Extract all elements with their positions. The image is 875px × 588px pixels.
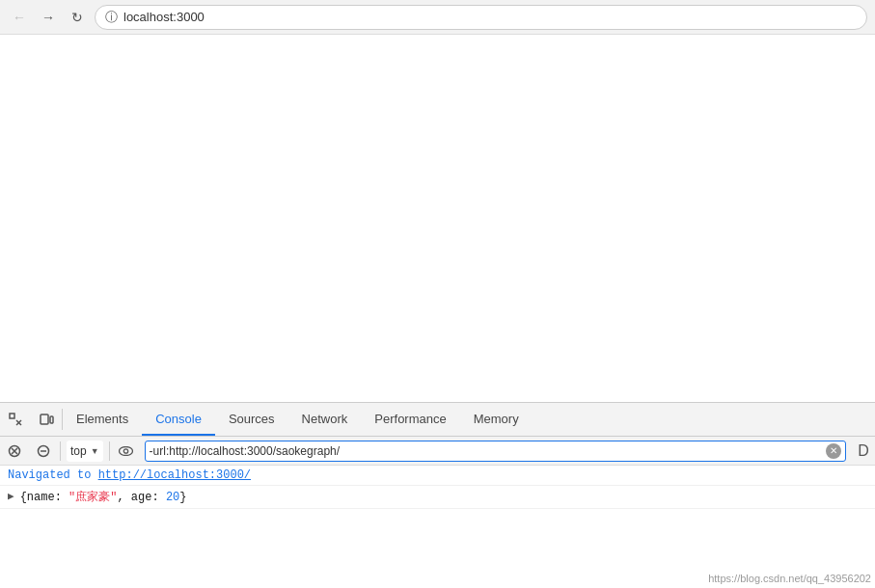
address-text: localhost:3000 xyxy=(123,10,857,24)
object-expand-triangle[interactable]: ▶ xyxy=(8,490,14,502)
eye-icon-button[interactable] xyxy=(112,437,141,466)
tab-console[interactable]: Console xyxy=(142,403,215,436)
navigated-prefix: Navigated to xyxy=(8,468,98,482)
svg-point-6 xyxy=(120,446,133,455)
object-content: {name: "庶家豪", age: 20} xyxy=(20,489,187,505)
navigate-label: Navigated to http://localhost:3000/ xyxy=(8,468,251,482)
device-toggle-button[interactable] xyxy=(31,403,62,436)
devtools-panel: Elements Console Sources Network Perform… xyxy=(0,402,875,588)
forward-button[interactable]: → xyxy=(37,6,60,29)
devtools-secondary-toolbar: top ▼ -url:http://localhost:3000/saokegr… xyxy=(0,437,875,466)
svg-rect-2 xyxy=(50,416,53,423)
back-button[interactable]: ← xyxy=(8,6,31,29)
filter-input-text: -url:http://localhost:3000/saokegraph/ xyxy=(150,444,826,458)
svg-rect-0 xyxy=(10,414,14,418)
navigated-link[interactable]: http://localhost:3000/ xyxy=(98,468,251,482)
filter-input-wrapper[interactable]: -url:http://localhost:3000/saokegraph/ ✕ xyxy=(145,441,846,462)
browser-toolbar: ← → ↻ ⓘ localhost:3000 xyxy=(0,0,875,35)
security-icon: ⓘ xyxy=(105,9,118,26)
address-bar[interactable]: ⓘ localhost:3000 xyxy=(95,5,867,30)
page-content xyxy=(0,35,875,402)
svg-point-7 xyxy=(123,448,127,452)
context-dropdown-icon: ▼ xyxy=(91,446,99,456)
toolbar2-separator2 xyxy=(109,441,110,461)
console-output: Navigated to http://localhost:3000/ ▶ {n… xyxy=(0,466,875,588)
svg-rect-1 xyxy=(41,414,48,424)
tab-elements[interactable]: Elements xyxy=(63,403,142,436)
tab-memory[interactable]: Memory xyxy=(460,403,533,436)
clear-console-button[interactable] xyxy=(0,437,29,466)
watermark: https://blog.csdn.net/qq_43956202 xyxy=(708,573,871,584)
stop-recording-button[interactable] xyxy=(29,437,58,466)
tab-network[interactable]: Network xyxy=(288,403,362,436)
console-line-object: ▶ {name: "庶家豪", age: 20} xyxy=(0,486,875,509)
context-value: top xyxy=(70,444,87,458)
more-options-button[interactable]: D xyxy=(852,440,875,463)
console-line-navigate: Navigated to http://localhost:3000/ xyxy=(0,466,875,486)
devtools-tab-bar: Elements Console Sources Network Perform… xyxy=(0,403,875,437)
context-selector-wrapper[interactable]: top ▼ xyxy=(67,441,103,462)
filter-clear-button[interactable]: ✕ xyxy=(826,443,841,459)
tab-sources[interactable]: Sources xyxy=(215,403,288,436)
inspect-element-button[interactable] xyxy=(0,403,31,436)
reload-button[interactable]: ↻ xyxy=(66,6,89,29)
tab-performance[interactable]: Performance xyxy=(361,403,459,436)
toolbar2-separator xyxy=(60,441,61,461)
